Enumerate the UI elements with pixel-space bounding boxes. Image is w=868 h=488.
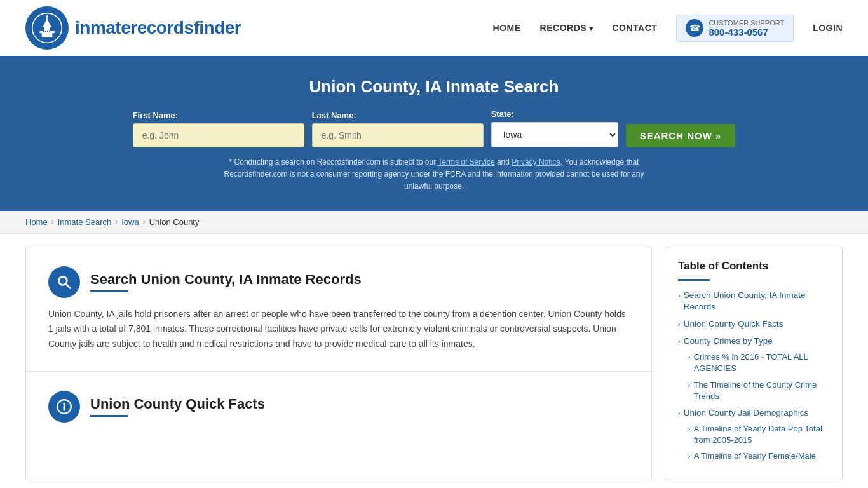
section-body-1: Union County, IA jails hold prisoners af… xyxy=(48,307,629,352)
svg-point-6 xyxy=(46,15,48,17)
svg-rect-9 xyxy=(47,31,48,32)
chevron-sub-icon-3-2: › xyxy=(688,381,691,390)
nav-login[interactable]: LOGIN xyxy=(813,23,843,33)
nav-records[interactable]: RECORDS xyxy=(540,23,593,33)
svg-line-12 xyxy=(66,283,71,288)
svg-rect-17 xyxy=(64,405,65,410)
section-underline-2 xyxy=(90,415,128,417)
search-section-icon xyxy=(48,266,80,298)
toc-item-1: › Search Union County, IA Inmate Records xyxy=(678,290,829,314)
breadcrumb-inmate-search[interactable]: Inmate Search xyxy=(58,217,112,227)
chevron-icon-1: › xyxy=(678,291,681,301)
support-number: 800-433-0567 xyxy=(709,27,784,37)
search-form: First Name: Last Name: State: Iowa Alaba… xyxy=(25,109,843,147)
site-header: inmaterecordsfinder HOME RECORDS CONTACT… xyxy=(0,0,868,58)
support-box: ☎ CUSTOMER SUPPORT 800-433-0567 xyxy=(676,15,794,42)
toc-subitem-4-2: › A Timeline of Yearly Female/Male xyxy=(688,451,829,462)
hero-title: Union County, IA Inmate Search xyxy=(25,77,843,97)
sidebar: Table of Contents › Search Union County,… xyxy=(665,247,843,481)
breadcrumb: Home › Inmate Search › Iowa › Union Coun… xyxy=(0,211,868,234)
toc-subitem-4-1: › A Timeline of Yearly Data Pop Total fr… xyxy=(688,423,829,446)
inmate-records-section: Search Union County, IA Inmate Records U… xyxy=(26,247,651,372)
breadcrumb-sep-3: › xyxy=(143,217,146,226)
toc-sublist-3: › Crimes % in 2016 - TOTAL ALL AGENCIES … xyxy=(688,351,829,402)
toc-item-3: › County Crimes by Type › Crimes % in 20… xyxy=(678,336,829,402)
toc-sublink-3-1[interactable]: › Crimes % in 2016 - TOTAL ALL AGENCIES xyxy=(688,351,829,374)
disclaimer-text: * Conducting a search on Recordsfinder.c… xyxy=(212,156,656,193)
chevron-icon-3: › xyxy=(678,337,681,346)
first-name-label: First Name: xyxy=(133,111,304,120)
quick-facts-section: Union County Quick Facts xyxy=(26,372,651,451)
tos-link[interactable]: Terms of Service xyxy=(438,158,494,166)
breadcrumb-home[interactable]: Home xyxy=(25,217,48,227)
nav-contact[interactable]: CONTACT xyxy=(612,23,657,33)
toc-divider xyxy=(678,279,710,281)
chevron-icon-4: › xyxy=(678,409,681,418)
first-name-group: First Name: xyxy=(133,111,304,147)
toc-sublink-4-1[interactable]: › A Timeline of Yearly Data Pop Total fr… xyxy=(688,423,829,446)
state-group: State: Iowa Alabama Alaska Arizona xyxy=(491,109,618,147)
chevron-sub-icon-4-1: › xyxy=(688,424,691,434)
hero-section: Union County, IA Inmate Search First Nam… xyxy=(0,58,868,211)
section-title-block-1: Search Union County, IA Inmate Records xyxy=(90,271,362,292)
nav-home[interactable]: HOME xyxy=(493,23,521,33)
toc-title: Table of Contents xyxy=(678,260,829,273)
toc-list: › Search Union County, IA Inmate Records… xyxy=(678,290,829,463)
toc-link-2[interactable]: › Union County Quick Facts xyxy=(678,318,829,330)
main-nav: HOME RECORDS CONTACT ☎ CUSTOMER SUPPORT … xyxy=(493,15,843,42)
svg-rect-8 xyxy=(45,31,46,32)
quick-facts-icon xyxy=(48,391,80,423)
chevron-sub-icon-4-2: › xyxy=(688,452,691,461)
toc-subitem-3-2: › The Timeline of the County Crime Trend… xyxy=(688,379,829,402)
toc-box: Table of Contents › Search Union County,… xyxy=(665,247,843,481)
toc-link-1[interactable]: › Search Union County, IA Inmate Records xyxy=(678,290,829,314)
first-name-input[interactable] xyxy=(133,123,304,147)
section-title-1: Search Union County, IA Inmate Records xyxy=(90,271,362,288)
breadcrumb-sep-2: › xyxy=(115,217,118,226)
toc-link-4[interactable]: › Union County Jail Demographics xyxy=(678,407,829,419)
section-title-block-2: Union County Quick Facts xyxy=(90,396,265,417)
logo-icon xyxy=(25,6,69,50)
privacy-link[interactable]: Privacy Notice xyxy=(512,158,560,166)
section-underline-1 xyxy=(90,290,128,292)
toc-link-3[interactable]: › County Crimes by Type xyxy=(678,336,829,348)
toc-sublink-3-2[interactable]: › The Timeline of the County Crime Trend… xyxy=(688,379,829,402)
content-area: Search Union County, IA Inmate Records U… xyxy=(25,247,652,481)
state-label: State: xyxy=(491,109,618,119)
svg-point-16 xyxy=(64,403,65,405)
support-info: CUSTOMER SUPPORT 800-433-0567 xyxy=(709,19,784,37)
chevron-icon-2: › xyxy=(678,320,681,329)
toc-sublist-4: › A Timeline of Yearly Data Pop Total fr… xyxy=(688,423,829,463)
search-button[interactable]: SEARCH NOW » xyxy=(626,124,736,147)
svg-rect-10 xyxy=(49,31,50,32)
toc-sublink-4-2[interactable]: › A Timeline of Yearly Female/Male xyxy=(688,451,829,462)
last-name-input[interactable] xyxy=(312,123,484,147)
logo-area: inmaterecordsfinder xyxy=(25,6,241,50)
chevron-sub-icon-3-1: › xyxy=(688,353,691,362)
toc-subitem-3-1: › Crimes % in 2016 - TOTAL ALL AGENCIES xyxy=(688,351,829,374)
section-header-1: Search Union County, IA Inmate Records xyxy=(48,266,629,298)
phone-icon: ☎ xyxy=(686,19,703,37)
support-label: CUSTOMER SUPPORT xyxy=(709,19,784,27)
breadcrumb-current: Union County xyxy=(149,217,200,227)
toc-item-2: › Union County Quick Facts xyxy=(678,318,829,330)
section-title-2: Union County Quick Facts xyxy=(90,396,265,412)
last-name-group: Last Name: xyxy=(312,111,484,147)
toc-item-4: › Union County Jail Demographics › A Tim… xyxy=(678,407,829,462)
section-header-2: Union County Quick Facts xyxy=(48,391,629,423)
svg-rect-7 xyxy=(43,31,44,32)
last-name-label: Last Name: xyxy=(312,111,484,120)
breadcrumb-sep-1: › xyxy=(51,217,54,226)
main-container: Search Union County, IA Inmate Records U… xyxy=(0,234,868,488)
logo-text: inmaterecordsfinder xyxy=(75,18,241,38)
breadcrumb-iowa[interactable]: Iowa xyxy=(121,217,139,227)
state-select[interactable]: Iowa Alabama Alaska Arizona xyxy=(491,122,618,147)
